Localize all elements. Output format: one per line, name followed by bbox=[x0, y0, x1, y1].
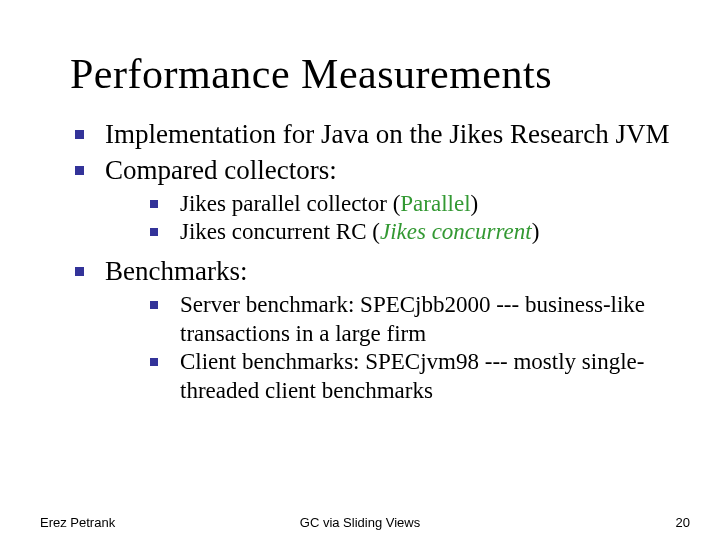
square-bullet-icon bbox=[75, 166, 84, 175]
square-bullet-icon bbox=[150, 358, 158, 366]
bullet-text: Compared collectors: bbox=[105, 155, 337, 185]
text-post: ) bbox=[532, 219, 540, 244]
bullet-text: Client benchmarks: SPECjvm98 --- mostly … bbox=[180, 349, 644, 403]
emphasis-concurrent: Jikes concurrent bbox=[380, 219, 532, 244]
slide: Performance Measurements Implementation … bbox=[0, 0, 720, 540]
bullet-l1: Implementation for Java on the Jikes Res… bbox=[30, 118, 690, 152]
page-title: Performance Measurements bbox=[70, 50, 690, 98]
bullet-l2: Jikes concurrent RC (Jikes concurrent) bbox=[30, 218, 690, 247]
bullet-l1: Compared collectors: bbox=[30, 154, 690, 188]
square-bullet-icon bbox=[75, 267, 84, 276]
square-bullet-icon bbox=[150, 200, 158, 208]
text-pre: Jikes parallel collector ( bbox=[180, 191, 400, 216]
emphasis-parallel: Parallel bbox=[400, 191, 470, 216]
bullet-text: Server benchmark: SPECjbb2000 --- busine… bbox=[180, 292, 645, 346]
square-bullet-icon bbox=[75, 130, 84, 139]
bullet-text: Jikes parallel collector (Parallel) bbox=[180, 191, 478, 216]
bullet-text: Jikes concurrent RC (Jikes concurrent) bbox=[180, 219, 539, 244]
square-bullet-icon bbox=[150, 301, 158, 309]
footer-page-number: 20 bbox=[676, 515, 690, 530]
text-post: ) bbox=[471, 191, 479, 216]
bullet-text: Benchmarks: bbox=[105, 256, 247, 286]
bullet-l2: Server benchmark: SPECjbb2000 --- busine… bbox=[30, 291, 690, 349]
square-bullet-icon bbox=[150, 228, 158, 236]
bullet-l2: Client benchmarks: SPECjvm98 --- mostly … bbox=[30, 348, 690, 406]
bullet-l1: Benchmarks: bbox=[30, 255, 690, 289]
bullet-l2: Jikes parallel collector (Parallel) bbox=[30, 190, 690, 219]
bullet-list: Implementation for Java on the Jikes Res… bbox=[30, 118, 690, 406]
text-pre: Jikes concurrent RC ( bbox=[180, 219, 380, 244]
footer-title: GC via Sliding Views bbox=[0, 515, 720, 530]
bullet-text: Implementation for Java on the Jikes Res… bbox=[105, 119, 670, 149]
